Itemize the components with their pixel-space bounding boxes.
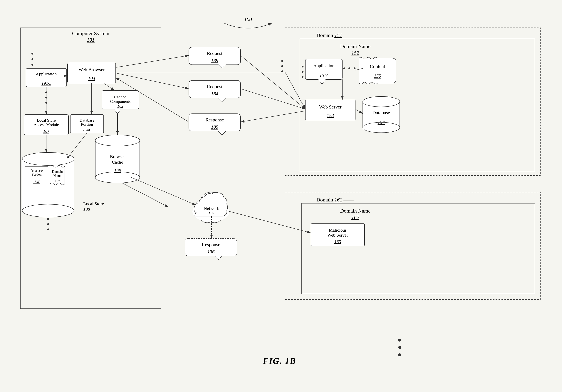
svg-point-92	[349, 67, 350, 69]
svg-point-35	[22, 204, 74, 217]
svg-point-104	[363, 97, 400, 107]
svg-text:Web Browser: Web Browser	[79, 67, 105, 72]
svg-point-85	[302, 76, 304, 78]
svg-rect-25	[102, 90, 139, 109]
svg-line-123	[241, 111, 305, 122]
svg-text:Application: Application	[36, 71, 57, 76]
svg-text:107: 107	[43, 129, 50, 134]
svg-rect-107	[285, 192, 540, 299]
svg-point-68	[199, 206, 216, 223]
svg-rect-2	[20, 28, 161, 309]
svg-text:Content: Content	[370, 64, 385, 69]
svg-point-5	[32, 53, 33, 55]
svg-text:Browser: Browser	[110, 154, 125, 159]
svg-rect-109	[302, 203, 535, 294]
svg-point-53	[95, 172, 140, 183]
svg-rect-80	[300, 39, 535, 172]
svg-text:Web Server: Web Server	[319, 104, 342, 110]
svg-rect-86	[305, 59, 342, 79]
svg-line-122	[241, 89, 305, 109]
svg-point-46	[47, 228, 49, 230]
svg-rect-32	[22, 159, 74, 211]
svg-point-45	[47, 223, 49, 225]
svg-point-13	[45, 102, 47, 104]
svg-text:152: 152	[351, 50, 359, 56]
svg-line-129	[131, 178, 196, 205]
svg-text:154P: 154P	[83, 127, 91, 132]
svg-marker-26	[114, 109, 121, 114]
svg-text:Domain Name: Domain Name	[340, 208, 371, 214]
svg-text:154P: 154P	[33, 180, 40, 184]
svg-line-126	[104, 83, 115, 90]
svg-text:Name: Name	[53, 174, 61, 178]
svg-text:Domain 161 ——: Domain 161 ——	[316, 197, 354, 202]
svg-line-118	[116, 56, 189, 67]
svg-text:Domain Name: Domain Name	[340, 44, 371, 49]
svg-text:Components: Components	[110, 99, 130, 104]
svg-text:155: 155	[374, 73, 381, 79]
svg-text:Access Module: Access Module	[34, 122, 59, 127]
svg-rect-8	[26, 68, 67, 87]
svg-text:Cache: Cache	[112, 160, 123, 165]
svg-line-120	[116, 78, 189, 122]
svg-text:191C: 191C	[41, 81, 51, 86]
svg-text:Request: Request	[207, 51, 222, 56]
svg-line-125	[67, 133, 87, 159]
svg-rect-100	[363, 102, 400, 127]
svg-point-54	[95, 135, 140, 146]
svg-line-134	[355, 68, 363, 70]
svg-point-66	[194, 200, 213, 218]
svg-text:104: 104	[88, 76, 95, 81]
svg-point-31	[22, 153, 74, 165]
svg-text:Web Server: Web Server	[327, 233, 348, 237]
svg-line-121	[241, 56, 305, 109]
svg-line-135	[355, 109, 363, 114]
svg-rect-112	[311, 224, 364, 246]
diagram-container: Computer System 101 Application 191C Web…	[11, 11, 548, 371]
svg-text:106: 106	[114, 168, 121, 173]
svg-text:Network: Network	[204, 206, 219, 211]
svg-text:Domain: Domain	[52, 170, 63, 174]
svg-point-6	[32, 58, 33, 60]
svg-text:Portion: Portion	[81, 122, 93, 127]
svg-line-119	[116, 73, 189, 89]
svg-text:185: 185	[211, 124, 218, 130]
svg-point-84	[302, 71, 304, 73]
svg-rect-14	[68, 63, 116, 83]
svg-text:136: 136	[207, 249, 215, 255]
svg-point-44	[47, 218, 49, 220]
svg-point-93	[354, 67, 355, 69]
svg-text:Request: Request	[207, 84, 222, 89]
svg-marker-87	[318, 79, 326, 84]
svg-text:182: 182	[117, 104, 123, 109]
svg-text:Response: Response	[202, 242, 220, 247]
svg-text:Response: Response	[205, 117, 224, 123]
svg-point-79	[281, 70, 283, 72]
svg-line-137	[285, 72, 305, 109]
svg-text:Database: Database	[372, 110, 390, 115]
svg-rect-50	[95, 140, 140, 178]
svg-text:191S: 191S	[319, 73, 328, 78]
svg-rect-37	[25, 166, 48, 185]
svg-text:Computer System: Computer System	[72, 31, 109, 36]
svg-text:184: 184	[211, 91, 218, 97]
svg-point-83	[302, 66, 304, 67]
svg-point-99	[363, 97, 400, 107]
svg-point-69	[206, 206, 223, 223]
svg-text:101: 101	[87, 37, 94, 43]
svg-text:Portion: Portion	[32, 173, 41, 176]
svg-point-91	[343, 67, 345, 69]
figure-label: FIG. 1B	[263, 356, 296, 366]
svg-point-70	[192, 202, 229, 222]
svg-point-138	[398, 339, 401, 342]
svg-text:189: 189	[211, 58, 218, 63]
svg-text:Database: Database	[31, 169, 43, 173]
svg-text:Application: Application	[313, 63, 334, 68]
svg-text:108: 108	[83, 207, 90, 212]
svg-point-65	[200, 192, 222, 214]
svg-point-49	[95, 135, 140, 146]
svg-text:Cached: Cached	[114, 95, 126, 99]
svg-point-140	[398, 353, 401, 356]
svg-text:Local Store: Local Store	[37, 118, 56, 123]
svg-point-12	[45, 97, 47, 99]
